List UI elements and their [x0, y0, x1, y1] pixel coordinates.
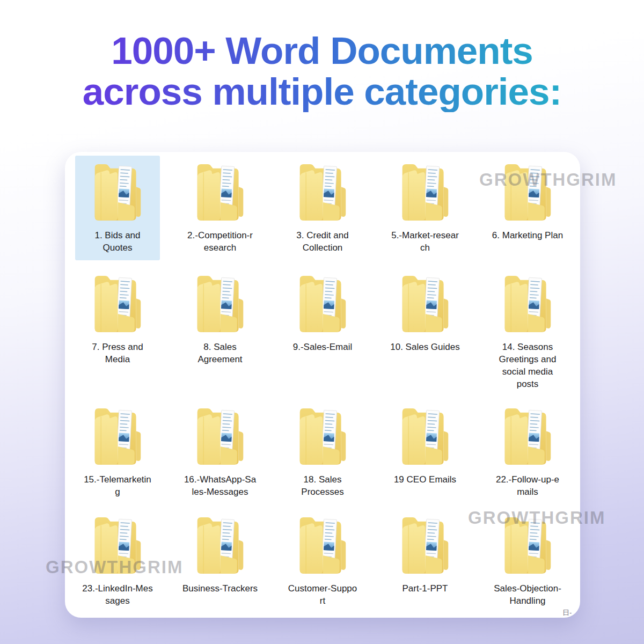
folder-item-10[interactable]: 14. Seasons Greetings and social media p…	[477, 267, 579, 400]
folder-item-5[interactable]: 6. Marketing Plan	[477, 156, 579, 267]
folder-icon	[501, 512, 554, 575]
folder-icon	[91, 270, 144, 334]
folder-item-9[interactable]: 10. Sales Guides	[374, 267, 477, 400]
folder-label: 10. Sales Guides	[383, 341, 467, 353]
folder-icon	[398, 159, 452, 222]
folder-item-20[interactable]: Sales-Objection- Handling	[477, 509, 579, 618]
folder-item-11[interactable]: 15.-Telemarketin g	[67, 400, 169, 509]
folder-label: 6. Marketing Plan	[486, 229, 569, 241]
folder-item-2[interactable]: 2.-Competition-r esearch	[169, 156, 272, 267]
folder-item-7[interactable]: 8. Sales Agreement	[169, 267, 272, 400]
folder-label: 7. Press and Media	[76, 341, 159, 365]
folder-item-17[interactable]: Business-Trackers	[169, 509, 272, 618]
folder-icon	[296, 159, 349, 222]
folder-item-3[interactable]: 3. Credit and Collection	[272, 156, 374, 267]
folder-label: Part-1-PPT	[383, 582, 467, 595]
page-title: 1000+ Word Documents across multiple cat…	[0, 31, 644, 112]
folder-item-15[interactable]: 22.-Follow-up-e mails	[477, 400, 579, 509]
folder-icon	[193, 270, 247, 334]
folder-item-12[interactable]: 16.-WhatsApp-Sa les-Messages	[169, 400, 272, 509]
folder-icon	[193, 159, 247, 222]
page-title-line2: across multiple categories:	[0, 71, 644, 112]
folder-item-4[interactable]: 5.-Market-resear ch	[374, 156, 477, 267]
folder-label: 19 CEO Emails	[383, 473, 467, 486]
folder-item-6[interactable]: 7. Press and Media	[67, 267, 169, 400]
folder-item-13[interactable]: 18. Sales Processes	[272, 400, 374, 509]
folder-label: Sales-Objection- Handling	[486, 582, 569, 607]
folder-icon	[398, 403, 452, 466]
folder-icon	[193, 512, 247, 575]
folder-icon	[296, 403, 349, 466]
folder-icon	[501, 270, 554, 334]
corner-artifact-glyph: 日-	[562, 608, 572, 618]
folder-label: 2.-Competition-r esearch	[178, 229, 262, 254]
folder-icon	[296, 270, 349, 334]
folder-icon	[501, 159, 554, 222]
folder-icon	[91, 512, 144, 575]
folder-icon	[296, 512, 349, 575]
folder-icon	[398, 270, 452, 334]
folder-label: 15.-Telemarketin g	[76, 473, 159, 498]
folder-label: 8. Sales Agreement	[178, 341, 262, 365]
folder-grid: 1. Bids and Quotes 2.-Competition-r esea…	[65, 152, 580, 618]
folder-label: 3. Credit and Collection	[281, 229, 364, 254]
page-title-line1: 1000+ Word Documents	[0, 31, 644, 71]
folder-icon	[501, 403, 554, 466]
folder-label: 1. Bids and Quotes	[76, 229, 159, 254]
folder-icon	[91, 159, 144, 222]
folder-item-8[interactable]: 9.-Sales-Email	[272, 267, 374, 400]
folder-item-19[interactable]: Part-1-PPT	[374, 509, 477, 618]
folder-item-18[interactable]: Customer-Suppo rt	[272, 509, 374, 618]
folder-item-1[interactable]: 1. Bids and Quotes	[67, 156, 169, 267]
folder-explorer-card: 1. Bids and Quotes 2.-Competition-r esea…	[65, 152, 580, 618]
folder-label: 9.-Sales-Email	[281, 341, 364, 353]
folder-label: 18. Sales Processes	[281, 473, 364, 498]
folder-icon	[193, 403, 247, 466]
folder-item-16[interactable]: 23.-LinkedIn-Mes sages	[67, 509, 169, 618]
folder-icon	[398, 512, 452, 575]
folder-item-14[interactable]: 19 CEO Emails	[374, 400, 477, 509]
folder-icon	[91, 403, 144, 466]
folder-label: 16.-WhatsApp-Sa les-Messages	[178, 473, 262, 498]
folder-label: 5.-Market-resear ch	[383, 229, 467, 254]
folder-label: 23.-LinkedIn-Mes sages	[76, 582, 159, 607]
folder-label: Business-Trackers	[178, 582, 262, 595]
folder-label: 22.-Follow-up-e mails	[486, 473, 569, 498]
folder-label: Customer-Suppo rt	[281, 582, 364, 607]
folder-label: 14. Seasons Greetings and social media p…	[486, 341, 569, 390]
